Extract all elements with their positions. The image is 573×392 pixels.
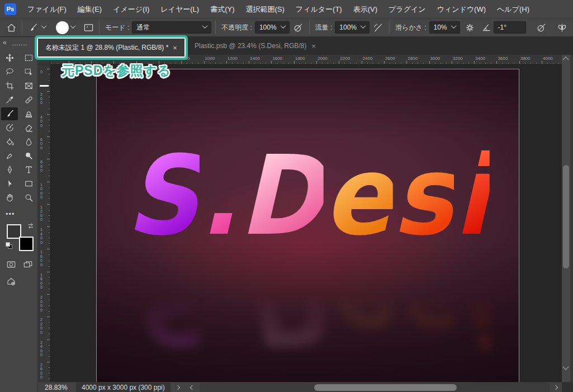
home-icon[interactable] (4, 21, 18, 34)
menu-item-2[interactable]: イメージ(I) (107, 0, 155, 18)
blend-mode-value: 通常 (136, 23, 150, 32)
document-tab-plastic-psb[interactable]: Plastic.psb @ 23.4% (S.Desi, RGB/8) × (189, 37, 321, 55)
flow-label: 流量 : (315, 23, 333, 32)
lasso-tool[interactable] (1, 65, 18, 78)
v-ruler-label: 2600 (40, 363, 44, 380)
h-ruler-label: 3400 (475, 56, 485, 61)
healing-brush-tool[interactable] (20, 93, 37, 106)
screen-mode-button[interactable] (21, 259, 35, 270)
document-tab-untitled[interactable]: 名称未設定 1 @ 28.8% (Plastic, RGB/8) * (45, 43, 168, 53)
v-ruler-label: 1000 (40, 183, 44, 200)
status-bar: 28.83% 4000 px x 3000 px (300 ppi) (38, 382, 573, 392)
status-options-chevron-icon[interactable] (176, 385, 180, 389)
h-ruler-label: 2200 (340, 56, 350, 61)
menu-item-10[interactable]: ヘルプ(H) (491, 0, 535, 18)
v-ruler-label: 1200 (40, 205, 44, 222)
smudge-tool[interactable] (1, 149, 18, 162)
separator (389, 21, 390, 34)
quick-mask-button[interactable] (4, 259, 18, 270)
chevron-down-icon (361, 23, 366, 29)
blur-tool[interactable] (20, 135, 37, 148)
tools-grid (0, 51, 38, 205)
airbrush-icon[interactable] (372, 21, 385, 34)
move-tool[interactable] (1, 51, 18, 64)
horizontal-scrollbar[interactable] (200, 382, 550, 392)
menu-items: ファイル(F)編集(E)イメージ(I)レイヤー(L)書式(Y)選択範囲(S)フィ… (22, 0, 535, 18)
tool-bar: « ••• (0, 37, 38, 392)
flow-value: 100% (339, 23, 357, 31)
menu-item-5[interactable]: 選択範囲(S) (240, 0, 290, 18)
h-ruler-label: 2600 (385, 56, 395, 61)
zoom-level-field[interactable]: 28.83% (45, 384, 76, 391)
toolbar-grip-handle[interactable] (12, 44, 27, 46)
zoom-tool[interactable] (20, 191, 37, 204)
pressure-size-icon[interactable] (535, 21, 548, 34)
v-ruler-label: 1800 (40, 273, 44, 290)
menu-item-1[interactable]: 編集(E) (72, 0, 107, 18)
canvas[interactable]: S.Desi S.Desi (96, 69, 519, 382)
close-icon[interactable]: × (173, 44, 177, 52)
brush-settings-panel-icon[interactable] (82, 21, 95, 34)
vertical-scrollbar-thumb[interactable] (563, 165, 569, 268)
menu-item-0[interactable]: ファイル(F) (22, 0, 72, 18)
type-tool[interactable] (20, 163, 37, 176)
chevron-down-icon (451, 23, 456, 29)
h-ruler-label: 3200 (453, 56, 463, 61)
edit-toolbar-dots-button[interactable]: ••• (6, 210, 15, 218)
background-color-swatch[interactable] (19, 237, 34, 251)
object-selection-tool[interactable] (20, 65, 37, 78)
smoothing-label: 滑らかさ : (395, 23, 427, 32)
chevron-down-icon[interactable] (41, 23, 47, 29)
path-selection-tool[interactable] (1, 177, 18, 190)
blend-mode-select[interactable]: 通常 (132, 21, 211, 34)
document-viewport[interactable]: S.Desi S.Desi (50, 64, 562, 382)
vertical-ruler[interactable]: 0200400600800100012001400160018002000220… (38, 64, 50, 382)
brush-angle-field[interactable]: -1° (494, 21, 526, 34)
pressure-opacity-icon[interactable] (292, 21, 305, 34)
h-ruler-label: 1000 (205, 56, 215, 61)
h-ruler-label: 4000 (543, 56, 553, 61)
flow-field[interactable]: 100% (335, 21, 370, 34)
scroll-right-icon[interactable] (553, 385, 558, 389)
hand-tool[interactable] (1, 191, 18, 204)
horizontal-scrollbar-thumb[interactable] (314, 384, 457, 391)
close-icon[interactable]: × (311, 42, 316, 50)
opacity-field[interactable]: 100% (255, 21, 290, 34)
gear-icon[interactable] (463, 21, 477, 34)
smoothing-field[interactable]: 10% (429, 21, 460, 34)
paint-symmetry-butterfly-icon[interactable] (556, 21, 569, 34)
collapse-toolbar-button[interactable]: « (3, 39, 7, 46)
tool-preset-brush-icon[interactable] (26, 21, 40, 34)
scroll-left-icon[interactable] (190, 385, 195, 389)
chevron-down-icon[interactable] (70, 23, 76, 29)
smoothing-value: 10% (434, 23, 447, 31)
menu-item-7[interactable]: 表示(V) (348, 0, 383, 18)
h-ruler-label: 3800 (520, 56, 531, 61)
color-swatches (6, 222, 37, 253)
swap-colors-icon[interactable] (27, 222, 35, 232)
paint-bucket-tool[interactable] (1, 135, 18, 148)
separator (215, 21, 216, 34)
photoshop-logo-icon: Ps (4, 3, 16, 15)
eraser-tool[interactable] (20, 121, 37, 134)
v-ruler-label: 2400 (40, 341, 44, 357)
h-ruler-label: 2000 (318, 56, 328, 61)
clone-stamp-tool[interactable] (20, 107, 37, 120)
mode-label: モード : (105, 23, 129, 32)
history-brush-tool[interactable] (1, 121, 18, 134)
menu-item-3[interactable]: レイヤー(L) (155, 0, 205, 18)
pen-tool[interactable] (1, 163, 18, 176)
frame-tool[interactable] (20, 79, 37, 92)
toolbar-extra-icon[interactable] (4, 276, 18, 287)
h-ruler-label: 2800 (408, 56, 418, 61)
brush-tool[interactable] (1, 107, 18, 120)
menu-item-9[interactable]: ウィンドウ(W) (432, 0, 491, 18)
dodge-tool[interactable] (20, 149, 37, 162)
menu-item-6[interactable]: フィルター(T) (290, 0, 348, 18)
rectangle-tool[interactable] (20, 177, 37, 190)
brush-tip-preview[interactable] (56, 21, 69, 34)
crop-tool[interactable] (1, 79, 18, 92)
menu-item-8[interactable]: プラグイン (383, 0, 432, 18)
eyedropper-tool[interactable] (1, 93, 18, 106)
menu-item-4[interactable]: 書式(Y) (205, 0, 240, 18)
